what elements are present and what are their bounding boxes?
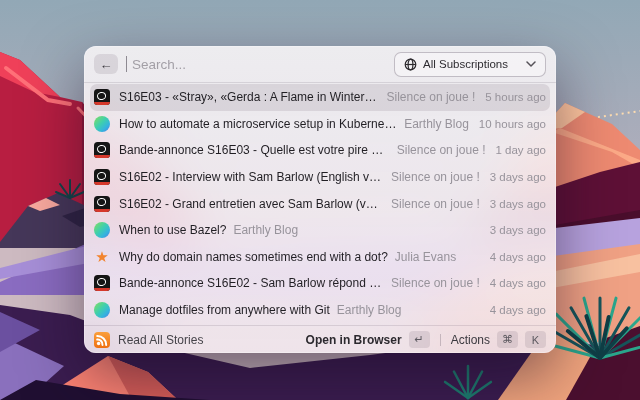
cmd-key-badge: ⌘ <box>497 331 518 348</box>
item-time: 4 days ago <box>480 304 546 316</box>
silence-on-joue-icon <box>94 89 110 105</box>
item-time: 10 hours ago <box>469 118 546 130</box>
back-arrow-icon: ← <box>100 57 113 72</box>
footer-command: Read All Stories <box>94 332 203 348</box>
list-item[interactable]: Bande-annonce S16E03 - Quelle est votre … <box>84 137 556 164</box>
silence-on-joue-icon <box>94 169 110 185</box>
item-subtitle: Silence on joue ! <box>387 90 476 104</box>
item-title: S16E02 - Grand entretien avec Sam Barlow… <box>119 197 384 211</box>
item-title: Manage dotfiles from anywhere with Git <box>119 303 330 317</box>
item-subtitle: Earthly Blog <box>404 117 469 131</box>
globe-icon <box>404 58 417 71</box>
item-title: When to use Bazel? <box>119 223 226 237</box>
item-subtitle: Silence on joue ! <box>397 143 486 157</box>
star-icon: ★ <box>94 249 110 265</box>
list-item[interactable]: S16E02 - Interview with Sam Barlow (Engl… <box>84 164 556 191</box>
item-time: 4 days ago <box>480 277 546 289</box>
rss-icon <box>94 332 110 348</box>
item-time: 3 days ago <box>480 198 546 210</box>
silence-on-joue-icon <box>94 142 110 158</box>
subscriptions-dropdown-label: All Subscriptions <box>423 58 508 70</box>
silence-on-joue-icon <box>94 275 110 291</box>
item-time: 1 day ago <box>485 144 546 156</box>
item-title: Bande-annonce S16E03 - Quelle est votre … <box>119 143 390 157</box>
subscriptions-dropdown[interactable]: All Subscriptions <box>394 52 546 77</box>
search-header: ← All Subscriptions <box>84 46 556 83</box>
item-subtitle: Silence on joue ! <box>391 197 480 211</box>
command-title: Read All Stories <box>118 333 203 347</box>
list-item[interactable]: S16E03 - «Stray», «Gerda : A Flame in Wi… <box>90 84 550 111</box>
footer-bar: Read All Stories Open in Browser ↵ Actio… <box>84 325 556 353</box>
desktop: ← All Subscriptions <box>0 0 640 400</box>
item-subtitle: Silence on joue ! <box>391 170 480 184</box>
item-subtitle: Julia Evans <box>395 250 456 264</box>
chevron-down-icon <box>526 61 536 67</box>
k-key-badge: K <box>525 331 546 348</box>
list-item[interactable]: When to use Bazel?Earthly Blog3 days ago <box>84 217 556 244</box>
list-item[interactable]: Manage dotfiles from anywhere with GitEa… <box>84 297 556 324</box>
item-title: How to automate a microservice setup in … <box>119 117 397 131</box>
item-subtitle: Earthly Blog <box>233 223 298 237</box>
item-title: Bande-annonce S16E02 - Sam Barlow répond… <box>119 276 384 290</box>
item-time: 4 days ago <box>480 251 546 263</box>
back-button[interactable]: ← <box>94 54 118 74</box>
list-item[interactable]: ★Why do domain names sometimes end with … <box>84 244 556 271</box>
earthly-icon <box>94 302 110 318</box>
text-caret <box>126 56 127 72</box>
item-title: S16E03 - «Stray», «Gerda : A Flame in Wi… <box>119 90 380 104</box>
story-list: S16E03 - «Stray», «Gerda : A Flame in Wi… <box>84 83 556 325</box>
item-title: Why do domain names sometimes end with a… <box>119 250 388 264</box>
item-time: 5 hours ago <box>475 91 546 103</box>
list-item[interactable]: S16E02 - Grand entretien avec Sam Barlow… <box>84 190 556 217</box>
item-subtitle: Silence on joue ! <box>391 276 480 290</box>
open-in-browser-button[interactable]: Open in Browser <box>306 333 402 347</box>
earthly-icon <box>94 222 110 238</box>
footer-actions: Open in Browser ↵ Actions ⌘ K <box>306 331 546 348</box>
item-time: 3 days ago <box>480 224 546 236</box>
rss-reader-window: ← All Subscriptions <box>84 46 556 353</box>
item-title: S16E02 - Interview with Sam Barlow (Engl… <box>119 170 384 184</box>
footer-divider <box>440 334 441 346</box>
item-subtitle: Earthly Blog <box>337 303 402 317</box>
item-time: 3 days ago <box>480 171 546 183</box>
silence-on-joue-icon <box>94 196 110 212</box>
list-item[interactable]: How to automate a microservice setup in … <box>84 111 556 138</box>
actions-button[interactable]: Actions <box>451 333 490 347</box>
earthly-icon <box>94 116 110 132</box>
enter-key-badge: ↵ <box>409 331 430 348</box>
search-input[interactable] <box>130 56 394 73</box>
list-item[interactable]: Bande-annonce S16E02 - Sam Barlow répond… <box>84 270 556 297</box>
